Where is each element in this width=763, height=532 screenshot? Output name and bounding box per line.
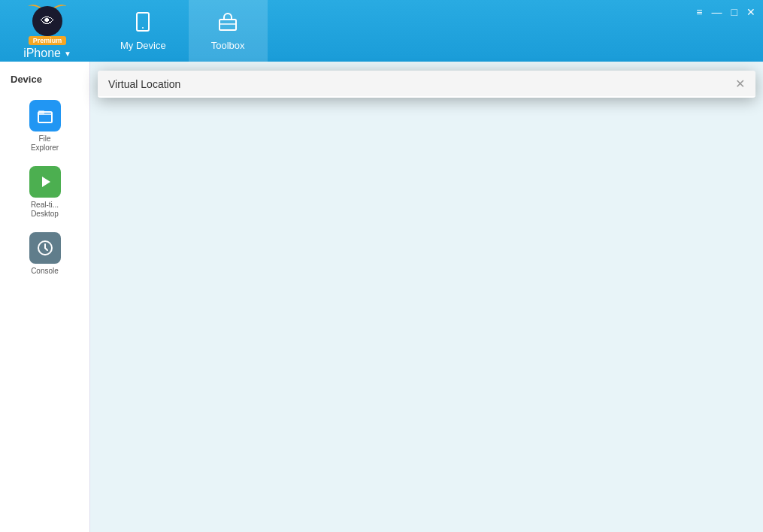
tab-toolbox-label: Toolbox [211, 40, 245, 51]
toolbox-icon [217, 11, 238, 37]
premium-badge: Premium [29, 36, 67, 45]
dialog-close-btn[interactable]: ✕ [735, 77, 745, 91]
file-explorer-icon [29, 100, 61, 131]
dialog-overlay: Virtual Location ✕ Map Satellite Go Stop… [90, 62, 763, 532]
maximize-btn[interactable]: □ [731, 6, 737, 18]
close-btn[interactable]: ✕ [746, 6, 755, 18]
sidebar-item-realtime[interactable]: Real-ti...Desktop [0, 162, 89, 223]
dialog-title: Virtual Location [108, 78, 180, 90]
virtual-location-dialog: Virtual Location ✕ Map Satellite Go Stop… [98, 71, 755, 98]
menu-btn[interactable]: ≡ [696, 6, 702, 18]
map-toolbar: Map Satellite Go Stop Simulation [98, 96, 755, 98]
my-device-icon [132, 11, 153, 37]
svg-rect-2 [220, 20, 236, 30]
sidebar-item-file-explorer[interactable]: FileExplorer [0, 95, 89, 157]
device-name[interactable]: iPhone ▼ [23, 47, 71, 60]
main-header: 👁 Premium iPhone ▼ My Device Toolbox [0, 0, 763, 62]
dialog-header: Virtual Location ✕ [98, 71, 755, 98]
svg-marker-6 [42, 177, 50, 187]
svg-rect-5 [38, 110, 44, 114]
device-dropdown-arrow: ▼ [64, 50, 71, 58]
sidebar-item-console[interactable]: Console [0, 228, 89, 280]
console-icon [29, 232, 61, 264]
tab-my-device-label: My Device [120, 40, 166, 51]
tab-toolbox[interactable]: Toolbox [189, 0, 268, 62]
minimize-btn[interactable]: — [712, 6, 722, 18]
app-logo: 👁 [32, 6, 62, 36]
console-label: Console [31, 267, 59, 276]
realtime-icon [29, 166, 61, 198]
logo-area: 👁 Premium iPhone ▼ [0, 0, 98, 66]
sidebar: Device FileExplorer Real-ti...Desktop Co… [0, 62, 90, 532]
main-content: Virtual Location ✕ Map Satellite Go Stop… [90, 62, 763, 532]
tab-my-device[interactable]: My Device [98, 0, 189, 62]
window-controls: ≡ — □ ✕ [696, 6, 755, 18]
file-explorer-label: FileExplorer [31, 135, 59, 153]
sidebar-title: Device [0, 69, 89, 91]
nav-tabs: My Device Toolbox [98, 0, 268, 62]
realtime-label: Real-ti...Desktop [31, 201, 59, 219]
